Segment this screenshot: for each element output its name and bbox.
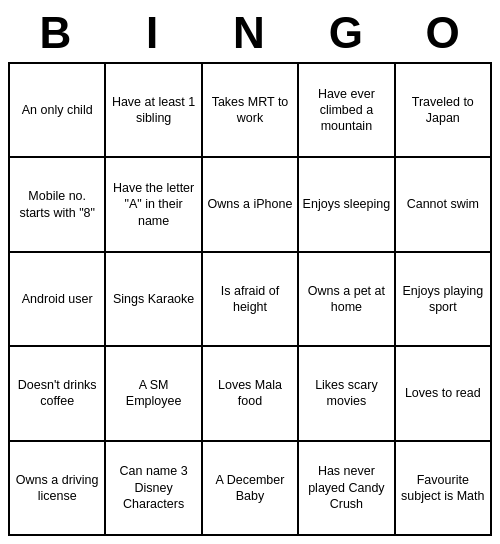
bingo-cell-12[interactable]: Is afraid of height — [203, 253, 299, 347]
title-g: G — [298, 8, 395, 58]
bingo-cell-9[interactable]: Cannot swim — [396, 158, 492, 252]
bingo-cell-13[interactable]: Owns a pet at home — [299, 253, 395, 347]
bingo-cell-2[interactable]: Takes MRT to work — [203, 64, 299, 158]
bingo-cell-21[interactable]: Can name 3 Disney Characters — [106, 442, 202, 536]
bingo-grid: An only childHave at least 1 siblingTake… — [8, 62, 492, 536]
bingo-title: B I N G O — [8, 8, 492, 58]
bingo-cell-10[interactable]: Android user — [10, 253, 106, 347]
bingo-cell-22[interactable]: A December Baby — [203, 442, 299, 536]
bingo-cell-16[interactable]: A SM Employee — [106, 347, 202, 441]
bingo-cell-5[interactable]: Mobile no. starts with "8" — [10, 158, 106, 252]
bingo-cell-19[interactable]: Loves to read — [396, 347, 492, 441]
bingo-cell-4[interactable]: Traveled to Japan — [396, 64, 492, 158]
title-n: N — [202, 8, 299, 58]
bingo-cell-24[interactable]: Favourite subject is Math — [396, 442, 492, 536]
bingo-cell-20[interactable]: Owns a driving license — [10, 442, 106, 536]
bingo-cell-6[interactable]: Have the letter "A" in their name — [106, 158, 202, 252]
bingo-cell-23[interactable]: Has never played Candy Crush — [299, 442, 395, 536]
bingo-cell-3[interactable]: Have ever climbed a mountain — [299, 64, 395, 158]
bingo-cell-14[interactable]: Enjoys playing sport — [396, 253, 492, 347]
title-i: I — [105, 8, 202, 58]
bingo-cell-17[interactable]: Loves Mala food — [203, 347, 299, 441]
bingo-cell-11[interactable]: Sings Karaoke — [106, 253, 202, 347]
bingo-cell-0[interactable]: An only child — [10, 64, 106, 158]
title-o: O — [395, 8, 492, 58]
bingo-cell-7[interactable]: Owns a iPhone — [203, 158, 299, 252]
bingo-cell-18[interactable]: Likes scary movies — [299, 347, 395, 441]
bingo-cell-8[interactable]: Enjoys sleeping — [299, 158, 395, 252]
title-b: B — [8, 8, 105, 58]
bingo-cell-15[interactable]: Doesn't drinks coffee — [10, 347, 106, 441]
bingo-cell-1[interactable]: Have at least 1 sibling — [106, 64, 202, 158]
